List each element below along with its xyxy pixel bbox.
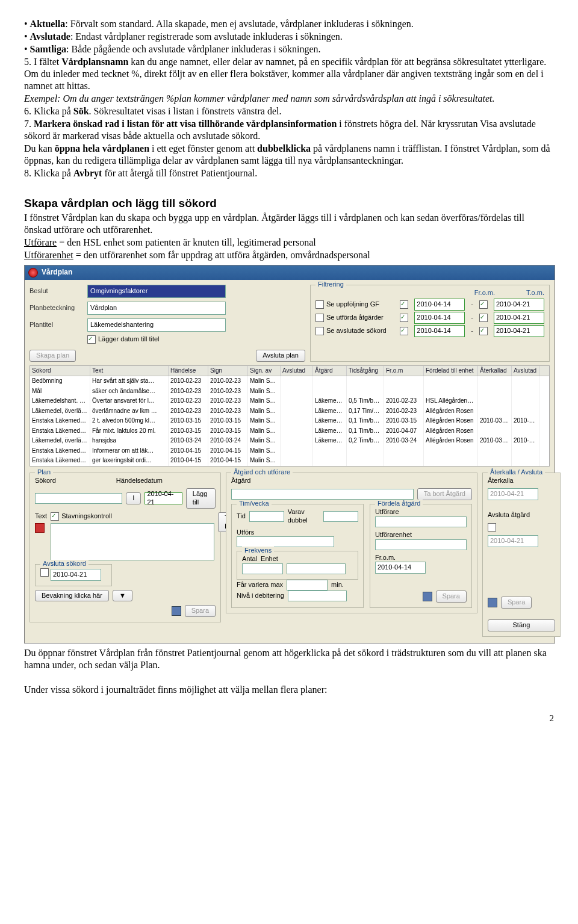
checkbox-icon (87, 335, 96, 344)
utforarenhet-combo[interactable] (375, 539, 467, 550)
section-heading: Skapa vårdplan och lägg till sökord (24, 196, 554, 211)
term-aktuella: Aktuella (30, 19, 66, 29)
window-titlebar: Vårdplan (25, 265, 555, 280)
document-body: • Aktuella: Förvalt som standard. Alla s… (24, 18, 554, 179)
table-row[interactable]: Läkemedelshant. SskÖvertar ansvaret för … (30, 396, 549, 406)
term-sok: Sök (73, 106, 89, 116)
table-row[interactable]: BedömningHar svårt att själv sta…2010-02… (30, 376, 549, 386)
download-icon[interactable] (35, 523, 45, 533)
label-planbeteckning: Planbeteckning (30, 304, 82, 312)
table-row[interactable]: Enstaka Läkemedels…ger laxeringslsit ord… (30, 456, 549, 466)
i-button[interactable]: I (126, 492, 141, 504)
filter-tom-date-2[interactable]: 2010-04-21 (494, 312, 544, 324)
filter-tom-date-1[interactable]: 2010-04-21 (494, 299, 544, 311)
filter-utforda-checkbox[interactable]: Se utförda åtgärder (315, 314, 384, 322)
example-text: Exempel: Om du anger textsträngen %plan … (24, 93, 554, 105)
handelsedatum-date[interactable]: 2010-04-21 (144, 492, 182, 504)
table-row[interactable]: Läkemedel, överläm…överlämnadne av lkm …… (30, 406, 549, 417)
bevakning-button[interactable]: Bevakning klicka här (35, 590, 109, 602)
table-row[interactable]: Målsäker och ändamålse…2010-02-232010-02… (30, 386, 549, 397)
filter-from-date-1[interactable]: 2010-04-14 (414, 299, 465, 311)
app-icon (28, 268, 38, 278)
checkbox-icon (315, 327, 324, 335)
vardplan-window: Vårdplan Beslut Omgivningsfaktorer Planb… (24, 265, 555, 643)
table-header: Sökord Text Händelse Sign Sign. av Avslu… (30, 366, 549, 377)
term-samtliga: Samtliga (30, 44, 66, 54)
atk-spara-button[interactable]: Spara (501, 597, 532, 609)
filtrering-fieldset: Filtrering Fr.o.m. T.o.m. Se uppföljning… (310, 285, 550, 362)
table-row[interactable]: Enstaka Läkemedels…2 t. alvedon 500mg kl… (30, 416, 549, 426)
table-row[interactable]: Enstaka Läkemedels…Får mixt. laktulos 20… (30, 426, 549, 436)
sokord-field[interactable] (35, 493, 122, 504)
fordela-from-date[interactable]: 2010-04-14 (375, 562, 426, 574)
stavning-checkbox[interactable]: Stavningskontroll (51, 512, 214, 521)
filter-tom-date-3[interactable]: 2010-04-21 (494, 325, 544, 337)
far-variera-input[interactable] (287, 580, 328, 591)
niva-combo[interactable] (288, 591, 347, 601)
aterkalla-date[interactable]: 2010-04-21 (488, 488, 538, 500)
checkbox-icon (479, 327, 488, 335)
checkbox-icon (315, 300, 324, 309)
checkbox-icon (400, 314, 408, 322)
checkbox-icon (51, 512, 59, 521)
utfors-combo[interactable] (237, 536, 334, 547)
stang-button[interactable]: Stäng (488, 619, 555, 631)
filter-from-date-2[interactable]: 2010-04-14 (414, 312, 465, 324)
checkbox-icon (479, 314, 488, 322)
label-plantitel: Plantitel (30, 321, 82, 329)
lagger-datum-checkbox[interactable]: Lägger datum till titel (87, 335, 160, 344)
checkbox-icon (40, 568, 49, 577)
checkbox-icon (400, 327, 408, 335)
lagg-till-button[interactable]: Lägg till (186, 488, 216, 509)
plan-spara-button[interactable]: Spara (185, 605, 216, 617)
label-beslut: Beslut (30, 287, 82, 296)
aterkalla-fieldset: Återkalla / Avsluta Återkalla 2010-04-21… (482, 473, 561, 637)
avsluta-plan-button[interactable]: Avsluta plan (256, 350, 305, 362)
checkbox-icon (400, 300, 408, 309)
atgard-spara-button[interactable]: Spara (436, 591, 467, 603)
post-screenshot-text: Du öppnar fönstret Vårdplan från fönstre… (24, 647, 554, 696)
save-icon (423, 592, 432, 601)
antal-input[interactable] (242, 563, 283, 574)
avsluta-sokord-date[interactable]: 2010-04-21 (51, 569, 101, 581)
filter-from-date-3[interactable]: 2010-04-14 (414, 325, 465, 337)
avsluta-atgard-date[interactable]: 2010-04-21 (488, 535, 538, 547)
term-avslutade: Avslutade (30, 31, 70, 42)
table-row[interactable]: Enstaka Läkemedels…Informerar om att läk… (30, 446, 549, 456)
planbeteckning-input[interactable]: Vårdplan (87, 302, 226, 315)
text-area[interactable] (51, 523, 214, 560)
plan-fieldset: Plan Sökord Händelsedatum I 2010-04-21 L… (30, 473, 221, 623)
tid-input[interactable] (249, 511, 284, 522)
page-number: 2 (24, 713, 554, 724)
bevakning-dropdown[interactable]: ▼ (113, 590, 132, 602)
atgard-fieldset: Åtgärd och utförare Åtgärd Ta bort Åtgär… (226, 473, 477, 614)
table-row[interactable]: Läkemedel, överläm…hansjdsa2010-03-24201… (30, 436, 549, 446)
beslut-combo[interactable]: Omgivningsfaktorer (87, 285, 226, 298)
term-markera: Markera önskad rad i listan för att visa… (34, 119, 337, 129)
term-vardplansnamn: Vårdplansnamn (61, 57, 128, 67)
save-icon (172, 606, 181, 616)
tabort-atgard-button[interactable]: Ta bort Åtgärd (417, 488, 472, 500)
varav-dubbel-input[interactable] (323, 511, 358, 522)
checkbox-icon (315, 314, 324, 322)
checkbox-icon (488, 523, 496, 532)
result-table: Sökord Text Händelse Sign Sign. av Avslu… (30, 365, 550, 467)
utforare-combo[interactable] (375, 516, 467, 527)
plantitel-input[interactable]: Läkemedelshantering (87, 318, 226, 332)
atgard-combo[interactable] (231, 489, 414, 500)
window-title: Vårdplan (42, 268, 72, 277)
filter-avslutade-checkbox[interactable]: Se avslutade sökord (315, 327, 387, 335)
save-icon (488, 598, 497, 607)
checkbox-icon (479, 300, 488, 309)
section-intro: I fönstret Vårdplan kan du skapa och byg… (24, 212, 554, 261)
enhet-combo[interactable] (287, 563, 346, 574)
term-avbryt: Avbryt (73, 168, 102, 178)
skapa-plan-button[interactable]: Skapa plan (30, 350, 76, 362)
filter-uppfoljning-checkbox[interactable]: Se uppföljning GF (315, 300, 379, 309)
